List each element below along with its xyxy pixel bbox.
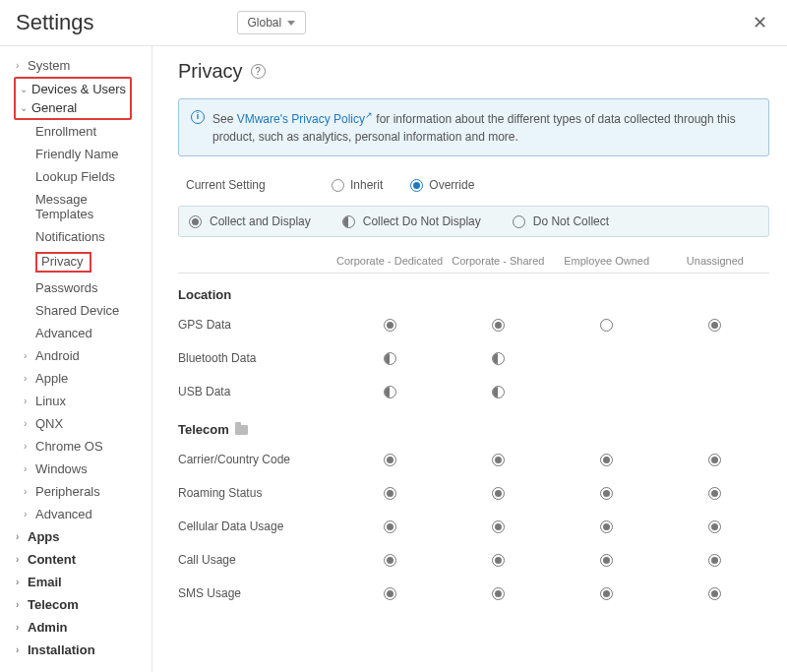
privacy-indicator[interactable] — [600, 454, 613, 466]
section-location: Location — [178, 274, 769, 308]
privacy-indicator[interactable] — [600, 319, 613, 332]
sidebar-item-linux[interactable]: ›Linux — [14, 390, 148, 412]
privacy-indicator[interactable] — [708, 487, 721, 500]
privacy-indicator[interactable] — [492, 454, 505, 466]
privacy-indicator[interactable] — [492, 386, 505, 398]
legend-collect-display: Collect and Display — [189, 214, 311, 228]
highlight-privacy: Privacy — [35, 252, 91, 273]
sidebar-item-system[interactable]: › System — [14, 54, 148, 77]
chevron-right-icon: › — [16, 578, 24, 587]
indicator-empty-icon — [513, 215, 525, 228]
chevron-right-icon: › — [16, 645, 24, 655]
sidebar-item-windows[interactable]: ›Windows — [14, 458, 148, 480]
sidebar-item-lookup-fields[interactable]: Lookup Fields — [14, 165, 148, 188]
row-label: Roaming Status — [178, 486, 335, 500]
sidebar-item-message-templates[interactable]: Message Templates — [14, 188, 148, 225]
privacy-row: USB Data — [178, 375, 769, 408]
sidebar-item-apple[interactable]: ›Apple — [14, 367, 148, 390]
sidebar-item-notifications[interactable]: Notifications — [14, 225, 148, 248]
privacy-indicator[interactable] — [492, 587, 505, 600]
chevron-down-icon — [287, 21, 295, 26]
sidebar-item-friendly-name[interactable]: Friendly Name — [14, 143, 148, 165]
privacy-row: GPS Data — [178, 308, 769, 341]
sidebar-item-devices-users[interactable]: ⌄ Devices & Users — [18, 80, 128, 98]
scope-label: Global — [248, 16, 282, 30]
sidebar-item-chrome-os[interactable]: ›Chrome OS — [14, 435, 148, 458]
privacy-indicator[interactable] — [384, 487, 396, 500]
sidebar-item-admin[interactable]: ›Admin — [14, 616, 148, 639]
sidebar-item-peripherals[interactable]: ›Peripherals — [14, 480, 148, 503]
chevron-right-icon: › — [24, 442, 31, 452]
privacy-indicator[interactable] — [708, 520, 721, 533]
sidebar-item-advanced[interactable]: ›Advanced — [14, 503, 148, 525]
privacy-indicator[interactable] — [384, 319, 396, 332]
privacy-indicator[interactable] — [384, 386, 396, 398]
privacy-row: Roaming Status — [178, 476, 769, 510]
chevron-down-icon: ⌄ — [20, 85, 28, 94]
row-label: Carrier/Country Code — [178, 453, 335, 466]
external-link-icon: ↗ — [365, 110, 373, 120]
row-label: GPS Data — [178, 318, 335, 332]
content: Privacy ? i See VMware's Privacy Policy↗… — [152, 46, 787, 672]
info-icon: i — [191, 110, 205, 124]
chevron-right-icon: › — [24, 487, 31, 497]
help-icon[interactable]: ? — [251, 64, 266, 79]
radio-icon — [332, 179, 344, 192]
privacy-indicator[interactable] — [492, 352, 505, 365]
sidebar-item-android[interactable]: ›Android — [14, 344, 148, 367]
privacy-indicator[interactable] — [600, 587, 613, 600]
privacy-indicator[interactable] — [492, 554, 505, 567]
privacy-indicator[interactable] — [708, 319, 721, 332]
sidebar-item-advanced[interactable]: Advanced — [14, 322, 148, 344]
chevron-right-icon: › — [24, 510, 31, 519]
sidebar-item-apps[interactable]: ›Apps — [14, 525, 148, 548]
legend-collect-no-display: Collect Do Not Display — [342, 214, 481, 228]
chevron-right-icon: › — [24, 397, 31, 406]
privacy-row: Call Usage — [178, 543, 769, 577]
scope-selector[interactable]: Global — [237, 11, 307, 34]
sidebar-item-passwords[interactable]: Passwords — [14, 276, 148, 299]
inherit-radio[interactable]: Inherit — [332, 178, 383, 192]
chevron-down-icon: ⌄ — [20, 103, 28, 113]
privacy-indicator[interactable] — [708, 587, 721, 600]
privacy-indicator[interactable] — [708, 554, 721, 567]
radio-icon-selected — [410, 179, 423, 192]
privacy-indicator[interactable] — [384, 554, 396, 567]
override-radio[interactable]: Override — [410, 178, 474, 192]
privacy-indicator[interactable] — [492, 520, 505, 533]
chevron-right-icon: › — [16, 600, 24, 610]
sidebar-item-privacy[interactable]: Privacy — [14, 248, 148, 276]
privacy-indicator[interactable] — [384, 587, 396, 600]
chevron-right-icon: › — [24, 351, 31, 361]
privacy-info-banner: i See VMware's Privacy Policy↗ for infor… — [178, 98, 769, 156]
privacy-policy-link[interactable]: VMware's Privacy Policy↗ — [237, 112, 373, 126]
folder-icon — [235, 425, 248, 435]
sidebar-item-installation[interactable]: ›Installation — [14, 639, 148, 661]
sidebar-item-enrollment[interactable]: Enrollment — [14, 120, 148, 143]
current-setting-label: Current Setting — [186, 178, 304, 192]
page-title: Privacy — [178, 60, 243, 83]
legend-no-collect: Do Not Collect — [513, 214, 609, 228]
privacy-row: Bluetooth Data — [178, 341, 769, 375]
privacy-indicator[interactable] — [600, 487, 613, 500]
sidebar-item-qnx[interactable]: ›QNX — [14, 412, 148, 435]
privacy-indicator[interactable] — [708, 454, 721, 466]
privacy-indicator[interactable] — [384, 352, 396, 365]
highlight-devices-general: ⌄ Devices & Users ⌄ General — [14, 77, 132, 120]
row-label: Bluetooth Data — [178, 351, 335, 365]
privacy-indicator[interactable] — [492, 487, 505, 500]
chevron-right-icon: › — [16, 532, 24, 542]
sidebar-item-general[interactable]: ⌄ General — [18, 98, 128, 117]
privacy-indicator[interactable] — [600, 554, 613, 567]
privacy-indicator[interactable] — [600, 520, 613, 533]
privacy-indicator[interactable] — [492, 319, 505, 332]
close-icon[interactable]: ✕ — [749, 8, 771, 37]
indicator-half-icon — [342, 215, 355, 228]
sidebar-item-content[interactable]: ›Content — [14, 548, 148, 571]
sidebar-item-email[interactable]: ›Email — [14, 571, 148, 593]
sidebar-item-telecom[interactable]: ›Telecom — [14, 593, 148, 616]
privacy-indicator[interactable] — [384, 454, 396, 466]
sidebar-item-shared-device[interactable]: Shared Device — [14, 299, 148, 322]
privacy-indicator[interactable] — [384, 520, 396, 533]
privacy-row: Cellular Data Usage — [178, 510, 769, 543]
